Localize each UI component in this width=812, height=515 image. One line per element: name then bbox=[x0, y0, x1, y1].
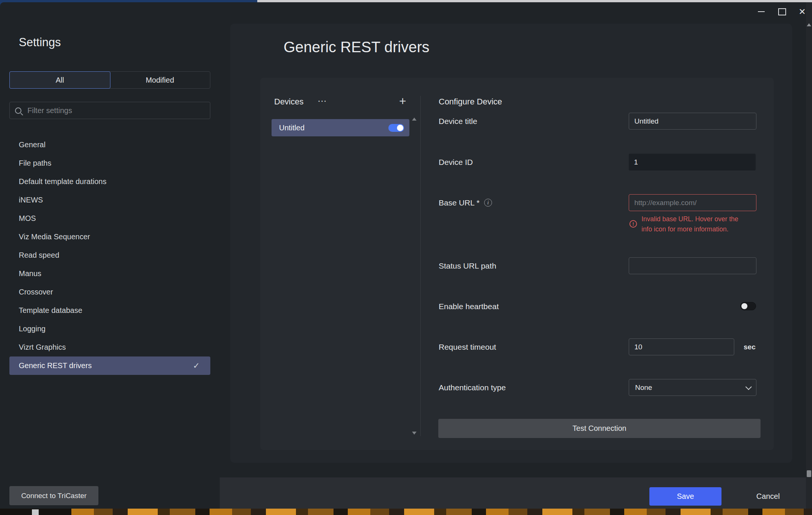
sidebar-item-logging[interactable]: Logging bbox=[9, 320, 210, 338]
toggle-knob bbox=[397, 125, 403, 131]
error-line-2: info icon for more information. bbox=[641, 225, 729, 233]
device-title-input[interactable] bbox=[629, 113, 756, 130]
sidebar-item-vizrt-graphics[interactable]: Vizrt Graphics bbox=[9, 338, 210, 356]
sidebar-item-file-paths[interactable]: File paths bbox=[9, 154, 210, 172]
enable-heartbeat-label: Enable heartbeat bbox=[439, 298, 499, 315]
authentication-type-label: Authentication type bbox=[439, 379, 506, 396]
scrollbar-thumb[interactable] bbox=[807, 470, 811, 477]
scrollbar-up-arrow[interactable] bbox=[807, 23, 811, 26]
base-url-input[interactable] bbox=[629, 194, 756, 211]
enable-heartbeat-toggle[interactable] bbox=[740, 302, 756, 310]
sidebar-item-mos[interactable]: MOS bbox=[9, 209, 210, 228]
sidebar-item-default-template-durations[interactable]: Default template durations bbox=[9, 172, 210, 191]
device-list-item[interactable]: Untitled bbox=[272, 119, 409, 136]
plus-icon: + bbox=[399, 94, 406, 108]
settings-category-list: General File paths Default template dura… bbox=[9, 136, 210, 375]
filter-settings-field bbox=[9, 102, 210, 119]
chevron-down-icon bbox=[746, 384, 752, 390]
configure-device-header: Configure Device bbox=[439, 96, 502, 107]
page-title: Generic REST drivers bbox=[284, 39, 429, 56]
request-timeout-unit: sec bbox=[744, 338, 756, 355]
dots-menu-icon: ⋯ bbox=[318, 96, 327, 106]
screen: ✕ Settings All Modified General File pat… bbox=[0, 0, 812, 515]
sidebar-item-inews[interactable]: iNEWS bbox=[9, 191, 210, 209]
settings-title: Settings bbox=[19, 36, 61, 49]
device-title-label: Device title bbox=[439, 113, 477, 130]
request-timeout-input[interactable] bbox=[629, 338, 734, 355]
cancel-button[interactable]: Cancel bbox=[744, 487, 792, 506]
base-url-label: Base URL * i bbox=[439, 194, 492, 211]
sidebar-item-general[interactable]: General bbox=[9, 136, 210, 154]
sidebar-item-generic-rest-drivers[interactable]: Generic REST drivers ✓ bbox=[9, 356, 210, 375]
panel-divider bbox=[420, 96, 421, 436]
check-icon: ✓ bbox=[193, 361, 200, 371]
sidebar-item-crossover[interactable]: Crossover bbox=[9, 283, 210, 301]
maximize-button[interactable] bbox=[774, 5, 790, 19]
filter-settings-input[interactable] bbox=[27, 106, 205, 115]
status-url-path-label: Status URL path bbox=[439, 257, 496, 274]
devices-scroll-down-arrow[interactable] bbox=[412, 432, 417, 435]
device-id-label: Device ID bbox=[439, 154, 473, 171]
selected-option: None bbox=[635, 384, 652, 392]
devices-menu-button[interactable]: ⋯ bbox=[315, 95, 330, 107]
close-icon: ✕ bbox=[798, 8, 806, 16]
warning-icon: ! bbox=[629, 220, 637, 228]
device-id-value bbox=[629, 154, 756, 171]
connect-to-tricaster-button[interactable]: Connect to TriCaster bbox=[9, 486, 98, 505]
minimize-button[interactable] bbox=[753, 5, 770, 19]
info-icon[interactable]: i bbox=[484, 199, 492, 207]
save-button[interactable]: Save bbox=[649, 487, 721, 506]
error-line-1: Invalid base URL. Hover over the bbox=[641, 215, 738, 223]
tab-modified[interactable]: Modified bbox=[110, 72, 210, 88]
sidebar-item-viz-media-sequencer[interactable]: Viz Media Sequencer bbox=[9, 228, 210, 246]
maximize-icon bbox=[778, 8, 786, 15]
window-scrollbar[interactable] bbox=[806, 2, 812, 509]
background-app-strip bbox=[0, 509, 812, 515]
sidebar-item-template-database[interactable]: Template database bbox=[9, 301, 210, 320]
toggle-knob bbox=[741, 303, 747, 309]
sidebar-item-manus[interactable]: Manus bbox=[9, 264, 210, 283]
devices-scroll-up-arrow[interactable] bbox=[412, 118, 417, 121]
authentication-type-select[interactable]: None bbox=[629, 379, 756, 396]
device-enabled-toggle[interactable] bbox=[388, 124, 404, 132]
tab-all[interactable]: All bbox=[9, 71, 110, 89]
minimize-icon bbox=[758, 11, 765, 12]
request-timeout-label: Request timeout bbox=[439, 338, 496, 355]
add-device-button[interactable]: + bbox=[395, 94, 410, 108]
base-url-error: ! Invalid base URL. Hover over the info … bbox=[629, 214, 742, 234]
footer-bar bbox=[220, 477, 812, 509]
search-icon bbox=[15, 107, 21, 114]
test-connection-button[interactable]: Test Connection bbox=[438, 419, 761, 438]
sidebar-item-read-speed[interactable]: Read speed bbox=[9, 246, 210, 264]
settings-filter-tabs: All Modified bbox=[9, 71, 210, 89]
devices-header: Devices bbox=[274, 96, 303, 107]
status-url-path-input[interactable] bbox=[629, 257, 756, 274]
device-name: Untitled bbox=[279, 124, 305, 132]
